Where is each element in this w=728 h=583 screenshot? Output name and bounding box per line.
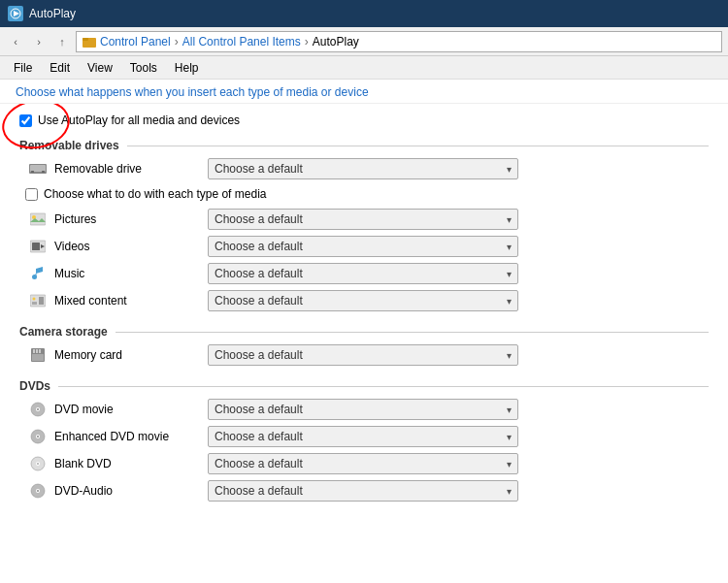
removable-drives-section: Removable drives Removable drive Choose … bbox=[19, 139, 709, 311]
mixed-content-icon bbox=[29, 292, 47, 309]
blank-dvd-dropdown-arrow: ▾ bbox=[507, 459, 512, 470]
mixed-content-label: Mixed content bbox=[54, 294, 200, 308]
dvd-audio-dropdown[interactable]: Choose a default ▾ bbox=[208, 480, 518, 502]
enhanced-dvd-dropdown-value: Choose a default bbox=[215, 430, 303, 443]
removable-drive-dropdown-arrow: ▾ bbox=[507, 164, 512, 175]
info-bar: Choose what happens when you insert each… bbox=[0, 80, 728, 104]
videos-dropdown[interactable]: Choose a default ▾ bbox=[208, 236, 518, 257]
sub-media-label[interactable]: Choose what to do with each type of medi… bbox=[44, 187, 266, 201]
autoplay-checkbox-row: Use AutoPlay for all media and devices bbox=[19, 113, 709, 127]
music-row: Music Choose a default ▾ bbox=[29, 263, 709, 284]
svg-rect-8 bbox=[30, 213, 46, 225]
back-button[interactable]: ‹ bbox=[6, 32, 25, 51]
svg-point-16 bbox=[33, 298, 36, 301]
camera-storage-title: Camera storage bbox=[19, 325, 709, 339]
videos-label: Videos bbox=[54, 240, 200, 253]
menu-help[interactable]: Help bbox=[167, 59, 207, 77]
memory-card-label: Memory card bbox=[54, 348, 200, 362]
app-icon bbox=[8, 6, 23, 21]
mixed-content-row: Mixed content Choose a default ▾ bbox=[29, 290, 709, 311]
removable-drive-row: Removable drive Choose a default ▾ bbox=[19, 158, 709, 179]
info-text: Choose what happens when you insert each… bbox=[16, 85, 369, 99]
dvd-audio-dropdown-arrow: ▾ bbox=[507, 486, 512, 497]
removable-drive-dropdown-value: Choose a default bbox=[215, 162, 303, 176]
svg-rect-5 bbox=[30, 165, 46, 172]
pictures-dropdown[interactable]: Choose a default ▾ bbox=[208, 209, 518, 230]
sub-media-checkbox[interactable] bbox=[25, 188, 38, 201]
videos-dropdown-arrow: ▾ bbox=[507, 242, 512, 252]
blank-dvd-label: Blank DVD bbox=[54, 457, 200, 470]
music-dropdown-arrow: ▾ bbox=[507, 269, 512, 279]
svg-rect-20 bbox=[33, 349, 35, 353]
menu-view[interactable]: View bbox=[80, 59, 120, 77]
menu-tools[interactable]: Tools bbox=[122, 59, 165, 77]
dvd-audio-label: DVD-Audio bbox=[54, 484, 200, 498]
memory-card-dropdown-arrow: ▾ bbox=[507, 350, 512, 361]
svg-rect-17 bbox=[32, 302, 37, 305]
enhanced-dvd-dropdown[interactable]: Choose a default ▾ bbox=[208, 426, 518, 447]
enhanced-dvd-row: Enhanced DVD movie Choose a default ▾ bbox=[29, 426, 709, 447]
up-button[interactable]: ↑ bbox=[52, 32, 72, 51]
blank-dvd-row: Blank DVD Choose a default ▾ bbox=[29, 453, 709, 474]
dvd-movie-dropdown-arrow: ▾ bbox=[507, 405, 512, 415]
pictures-icon bbox=[29, 211, 47, 228]
menu-file[interactable]: File bbox=[6, 59, 40, 77]
address-path: Control Panel › All Control Panel Items … bbox=[76, 31, 722, 52]
main-content: Use AutoPlay for all media and devices R… bbox=[0, 104, 728, 580]
svg-point-35 bbox=[37, 490, 39, 492]
camera-items-list: Memory card Choose a default ▾ bbox=[19, 344, 709, 366]
title-bar: AutoPlay bbox=[0, 0, 728, 27]
pictures-dropdown-value: Choose a default bbox=[215, 212, 303, 226]
mixed-content-dropdown[interactable]: Choose a default ▾ bbox=[208, 290, 518, 311]
dvd-audio-icon bbox=[29, 482, 47, 500]
mixed-content-dropdown-value: Choose a default bbox=[215, 294, 303, 308]
pictures-label: Pictures bbox=[54, 212, 200, 226]
memory-card-dropdown[interactable]: Choose a default ▾ bbox=[208, 344, 518, 366]
autoplay-checkbox[interactable] bbox=[19, 114, 32, 127]
svg-point-32 bbox=[37, 463, 39, 465]
sub-media-checkbox-row: Choose what to do with each type of medi… bbox=[19, 187, 709, 201]
blank-dvd-dropdown-value: Choose a default bbox=[215, 457, 303, 470]
dvd-movie-icon bbox=[29, 401, 47, 418]
path-all-items[interactable]: All Control Panel Items bbox=[182, 35, 301, 49]
dvd-items-list: DVD movie Choose a default ▾ Enhanced DV… bbox=[19, 399, 709, 502]
svg-rect-18 bbox=[39, 297, 44, 305]
enhanced-dvd-label: Enhanced DVD movie bbox=[54, 430, 200, 443]
videos-icon bbox=[29, 238, 47, 255]
autoplay-label[interactable]: Use AutoPlay for all media and devices bbox=[38, 113, 240, 127]
music-label: Music bbox=[54, 267, 200, 280]
music-dropdown-value: Choose a default bbox=[215, 267, 303, 280]
media-items-list: Pictures Choose a default ▾ Videos Choos… bbox=[19, 209, 709, 311]
path-current: AutoPlay bbox=[313, 35, 359, 49]
music-icon bbox=[29, 265, 47, 282]
removable-drives-title: Removable drives bbox=[19, 139, 709, 152]
folder-icon bbox=[83, 35, 96, 49]
removable-drive-label: Removable drive bbox=[54, 162, 200, 176]
blank-dvd-dropdown[interactable]: Choose a default ▾ bbox=[208, 453, 518, 474]
forward-button[interactable]: › bbox=[29, 32, 49, 51]
blank-dvd-icon bbox=[29, 455, 47, 472]
memory-card-dropdown-value: Choose a default bbox=[215, 348, 303, 362]
pictures-row: Pictures Choose a default ▾ bbox=[29, 209, 709, 230]
dvd-movie-dropdown[interactable]: Choose a default ▾ bbox=[208, 399, 518, 420]
camera-storage-section: Camera storage Memory card Choose a defa… bbox=[19, 325, 709, 366]
removable-drive-dropdown[interactable]: Choose a default ▾ bbox=[208, 158, 518, 179]
menu-edit[interactable]: Edit bbox=[42, 59, 78, 77]
path-control-panel[interactable]: Control Panel bbox=[100, 35, 171, 49]
svg-rect-7 bbox=[42, 171, 45, 173]
dvd-movie-dropdown-value: Choose a default bbox=[215, 403, 303, 416]
dvd-movie-row: DVD movie Choose a default ▾ bbox=[29, 399, 709, 420]
menu-bar: File Edit View Tools Help bbox=[0, 56, 728, 80]
dvd-audio-dropdown-value: Choose a default bbox=[215, 484, 303, 498]
music-dropdown[interactable]: Choose a default ▾ bbox=[208, 263, 518, 284]
enhanced-dvd-icon bbox=[29, 428, 47, 445]
enhanced-dvd-dropdown-arrow: ▾ bbox=[507, 432, 512, 442]
address-bar: ‹ › ↑ Control Panel › All Control Panel … bbox=[0, 27, 728, 56]
removable-drive-icon bbox=[29, 160, 47, 178]
svg-rect-21 bbox=[36, 349, 38, 353]
mixed-content-dropdown-arrow: ▾ bbox=[507, 296, 512, 307]
videos-dropdown-value: Choose a default bbox=[215, 240, 303, 253]
svg-rect-6 bbox=[31, 171, 34, 173]
memory-card-icon bbox=[29, 346, 47, 364]
svg-rect-3 bbox=[83, 38, 88, 41]
